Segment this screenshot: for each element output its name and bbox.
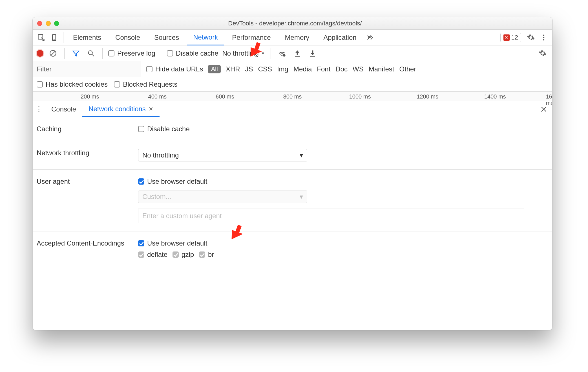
filter-type-doc[interactable]: Doc <box>335 65 348 73</box>
timeline-tick: 1600 ms <box>546 93 552 106</box>
encoding-br-checkbox: br <box>199 251 214 259</box>
throttling-dropdown[interactable]: No throttling ▾ <box>138 149 307 161</box>
error-count: 12 <box>511 34 518 41</box>
drawer-tab-console[interactable]: Console <box>45 101 82 117</box>
tab-console[interactable]: Console <box>109 30 146 45</box>
filter-icon[interactable] <box>70 48 81 59</box>
timeline-tick: 1400 ms <box>484 93 506 100</box>
timeline-tick: 600 ms <box>216 93 234 100</box>
download-icon[interactable] <box>307 48 318 59</box>
panel-disable-cache-checkbox[interactable]: Disable cache <box>138 125 548 133</box>
clear-icon[interactable] <box>47 48 59 59</box>
drawer-tab-network-conditions[interactable]: Network conditions✕ <box>82 102 160 117</box>
more-tabs-icon[interactable] <box>364 32 376 43</box>
blocked-row: Has blocked cookies Blocked Requests <box>33 77 552 92</box>
settings-icon[interactable] <box>525 32 536 43</box>
svg-point-8 <box>89 51 92 54</box>
filter-type-media[interactable]: Media <box>293 65 312 73</box>
disable-cache-checkbox[interactable]: Disable cache <box>167 49 218 57</box>
encoding-deflate-checkbox: deflate <box>138 251 167 259</box>
separator <box>63 32 63 43</box>
chevron-down-icon: ▼ <box>261 51 265 56</box>
tab-elements[interactable]: Elements <box>67 30 107 45</box>
timeline-overview[interactable]: 200 ms 400 ms 600 ms 800 ms 1000 ms 1200… <box>33 92 552 101</box>
network-settings-icon[interactable] <box>537 48 548 59</box>
timeline-tick: 400 ms <box>148 93 167 100</box>
chevron-down-icon: ▾ <box>300 193 303 201</box>
blocked-requests-checkbox[interactable]: Blocked Requests <box>114 80 177 88</box>
separator <box>271 48 271 59</box>
network-conditions-panel: Caching Disable cache Network throttling… <box>33 117 552 266</box>
separator <box>64 48 65 59</box>
drawer-menu-icon[interactable]: ⋮ <box>33 105 45 113</box>
tab-sources[interactable]: Sources <box>148 30 185 45</box>
preserve-log-checkbox[interactable]: Preserve log <box>108 49 155 57</box>
error-icon: ✕ <box>503 34 510 41</box>
filter-type-other[interactable]: Other <box>399 65 416 73</box>
user-agent-label: User agent <box>37 178 138 223</box>
inspect-element-icon[interactable] <box>36 32 47 43</box>
timeline-tick: 800 ms <box>283 93 302 100</box>
device-toolbar-icon[interactable] <box>48 32 60 43</box>
search-icon[interactable] <box>85 48 97 59</box>
upload-icon[interactable] <box>292 48 303 59</box>
svg-point-5 <box>543 39 545 40</box>
separator <box>161 48 161 59</box>
separator <box>102 48 103 59</box>
ua-custom-dropdown: Custom... ▾ <box>138 191 307 203</box>
network-filterbar: Hide data URLs All XHR JS CSS Img Media … <box>33 61 552 77</box>
tab-performance[interactable]: Performance <box>226 30 277 45</box>
timeline-tick: 1000 ms <box>349 93 371 100</box>
titlebar: DevTools - developer.chrome.com/tags/dev… <box>33 17 552 30</box>
window-title: DevTools - developer.chrome.com/tags/dev… <box>59 20 531 27</box>
chevron-down-icon: ▾ <box>300 151 303 159</box>
filter-all-pill[interactable]: All <box>208 65 220 73</box>
svg-point-10 <box>283 54 285 56</box>
throttling-label: Network throttling <box>37 149 138 161</box>
filter-type-manifest[interactable]: Manifest <box>369 65 394 73</box>
throttling-select[interactable]: No throttling▼ <box>222 49 265 57</box>
kebab-menu-icon[interactable] <box>538 32 549 43</box>
svg-rect-11 <box>295 56 300 56</box>
network-conditions-icon[interactable] <box>277 48 288 59</box>
filter-type-img[interactable]: Img <box>277 65 288 73</box>
hide-data-urls-checkbox[interactable]: Hide data URLs <box>146 65 203 73</box>
filter-type-css[interactable]: CSS <box>258 65 272 73</box>
svg-point-3 <box>543 34 545 36</box>
zoom-window-button[interactable] <box>54 21 59 26</box>
has-blocked-cookies-checkbox[interactable]: Has blocked cookies <box>37 80 108 88</box>
error-count-badge[interactable]: ✕ 12 <box>500 33 521 42</box>
tab-network[interactable]: Network <box>187 30 224 45</box>
close-tab-icon[interactable]: ✕ <box>149 106 153 112</box>
ua-use-browser-default-checkbox[interactable]: Use browser default <box>138 178 548 185</box>
encodings-use-browser-default-checkbox[interactable]: Use browser default <box>138 239 548 247</box>
svg-line-9 <box>92 54 94 56</box>
network-toolbar: Preserve log Disable cache No throttling… <box>33 45 552 61</box>
timeline-tick: 200 ms <box>81 93 99 100</box>
encodings-label: Accepted Content-Encodings <box>37 239 138 259</box>
drawer-tabstrip: ⋮ Console Network conditions✕ <box>33 101 552 117</box>
tab-application[interactable]: Application <box>317 30 362 45</box>
minimize-window-button[interactable] <box>46 21 51 26</box>
timeline-tick: 1200 ms <box>417 93 438 100</box>
filter-type-xhr[interactable]: XHR <box>226 65 240 73</box>
svg-line-7 <box>51 51 55 55</box>
filter-type-js[interactable]: JS <box>245 65 253 73</box>
filter-type-font[interactable]: Font <box>317 65 330 73</box>
encoding-gzip-checkbox: gzip <box>173 251 194 259</box>
tab-memory[interactable]: Memory <box>279 30 316 45</box>
svg-rect-12 <box>310 56 315 56</box>
caching-label: Caching <box>37 125 138 133</box>
filter-type-ws[interactable]: WS <box>353 65 364 73</box>
ua-custom-input: Enter a custom user agent <box>138 209 524 223</box>
devtools-tabstrip: Elements Console Sources Network Perform… <box>33 30 552 45</box>
filter-input[interactable] <box>33 61 141 77</box>
svg-point-4 <box>543 37 545 38</box>
record-button[interactable] <box>37 50 43 57</box>
close-window-button[interactable] <box>37 21 42 26</box>
window-controls <box>37 21 59 26</box>
